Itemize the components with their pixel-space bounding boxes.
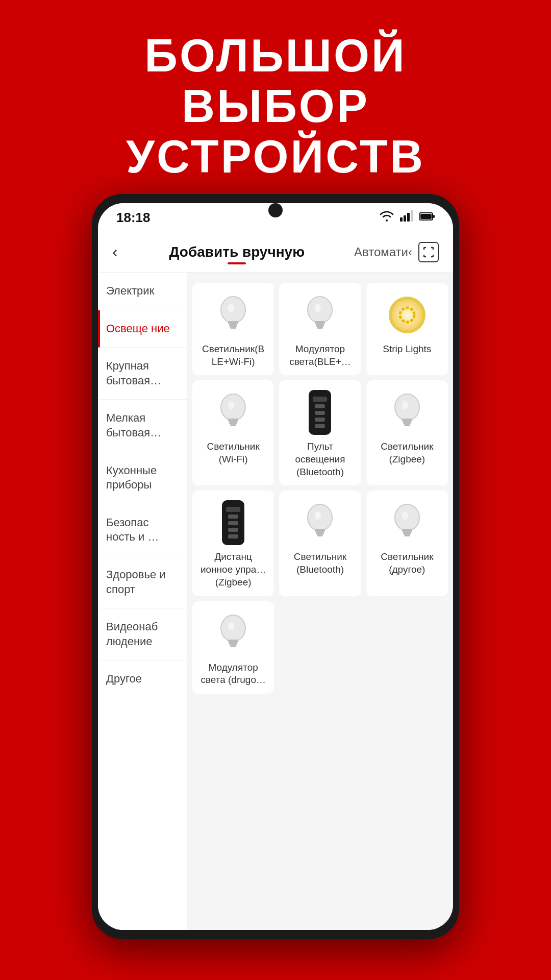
svg-rect-14 — [316, 324, 324, 327]
dimmer-ble-icon — [299, 292, 340, 338]
device-bulb-other[interactable]: Светильник (другое) — [366, 491, 448, 596]
svg-point-42 — [228, 622, 234, 630]
svg-rect-25 — [403, 422, 411, 424]
svg-rect-2 — [407, 213, 410, 222]
dimmer-other-icon — [213, 610, 254, 656]
top-nav: ‹ Добавить вручную Автомати‹ — [98, 232, 453, 273]
device-bulb-bluetooth-name: Светильник (Bluetooth) — [284, 551, 356, 576]
remote-bt-icon — [299, 389, 340, 435]
strip-lights-icon — [387, 292, 428, 338]
svg-rect-36 — [404, 534, 410, 536]
nav-title: Добавить вручную — [128, 244, 346, 260]
svg-rect-3 — [411, 210, 413, 222]
svg-rect-39 — [228, 640, 238, 643]
svg-rect-9 — [229, 324, 237, 327]
svg-rect-35 — [403, 532, 411, 534]
remote-zigbee-icon — [213, 500, 254, 546]
back-button[interactable]: ‹ — [112, 242, 118, 261]
sidebar-item-small-appliance[interactable]: Мелкая бытовая… — [98, 400, 187, 452]
svg-rect-29 — [315, 529, 325, 532]
svg-rect-0 — [400, 217, 403, 222]
device-bulb-zigbee-name: Светильник (Zigbee) — [371, 440, 443, 465]
sidebar-item-lighting[interactable]: Освеще ние — [98, 310, 187, 348]
svg-rect-6 — [420, 214, 432, 219]
device-bulb-wifi-name: Светильник (Wi-Fi) — [197, 440, 269, 465]
device-strip-lights[interactable]: Strip Lights — [366, 283, 448, 375]
hero-line1: БОЛЬШОЙ — [0, 31, 551, 81]
svg-rect-34 — [402, 529, 412, 532]
camera-notch — [268, 203, 283, 217]
svg-rect-15 — [317, 327, 323, 329]
phone-screen: 18:18 — [98, 203, 453, 930]
status-icons — [380, 210, 435, 225]
device-strip-lights-name: Strip Lights — [383, 343, 431, 356]
device-bulb-bluetooth[interactable]: Светильник (Bluetooth) — [279, 491, 361, 596]
sidebar-item-large-appliance[interactable]: Крупная бытовая… — [98, 348, 187, 400]
svg-rect-31 — [317, 534, 323, 536]
scan-button[interactable] — [418, 242, 439, 262]
svg-rect-19 — [228, 419, 238, 422]
signal-icon — [400, 210, 413, 225]
bulb-wifi-icon — [213, 389, 254, 435]
phone-frame: 18:18 — [92, 194, 459, 939]
svg-point-16 — [315, 304, 321, 312]
sidebar-item-electrician[interactable]: Электрик — [98, 273, 187, 310]
device-dimmer-ble-name: Модулятор света(BLE+… — [284, 343, 356, 368]
sidebar-item-other[interactable]: Другое — [98, 660, 187, 698]
device-bulb-wifi[interactable]: Светильник (Wi-Fi) — [192, 380, 274, 485]
bulb-ble-wifi-icon — [213, 292, 254, 338]
device-remote-zigbee-name: Дистанц ионное упра… (Zigbee) — [197, 551, 269, 589]
svg-rect-21 — [230, 424, 236, 426]
svg-rect-24 — [402, 419, 412, 422]
sidebar-item-security[interactable]: Безопас ность и … — [98, 504, 187, 556]
svg-rect-20 — [229, 422, 237, 424]
svg-rect-8 — [228, 321, 238, 324]
device-bulb-ble-wifi-name: Светильник(В LE+Wi-Fi) — [197, 343, 269, 368]
battery-icon — [419, 211, 435, 224]
device-bulb-ble-wifi[interactable]: Светильник(В LE+Wi-Fi) — [192, 283, 274, 375]
bulb-other-icon — [387, 500, 428, 546]
sidebar-item-health[interactable]: Здоровье и спорт — [98, 556, 187, 608]
device-dimmer-ble[interactable]: Модулятор света(BLE+… — [279, 283, 361, 375]
svg-rect-10 — [230, 327, 236, 329]
hero-line3: УСТРОЙСТВ — [0, 132, 551, 182]
device-remote-zigbee[interactable]: Дистанц ионное упра… (Zigbee) — [192, 491, 274, 596]
svg-rect-30 — [316, 532, 324, 534]
device-bulb-other-name: Светильник (другое) — [371, 551, 443, 576]
device-dimmer-other-name: Модулятор света (drugo… — [197, 662, 269, 687]
device-remote-bt[interactable]: Пульт освещения (Bluetooth) — [279, 380, 361, 485]
svg-rect-40 — [229, 643, 237, 645]
svg-point-17 — [400, 308, 414, 322]
device-remote-bt-name: Пульт освещения (Bluetooth) — [284, 440, 356, 478]
sidebar-item-surveillance[interactable]: Видеонаб людение — [98, 608, 187, 660]
device-bulb-zigbee[interactable]: Светильник (Zigbee) — [366, 380, 448, 485]
main-content: Электрик Освеще ние Крупная бытовая… Мел… — [98, 273, 453, 930]
nav-auto-label[interactable]: Автомати‹ — [354, 245, 412, 259]
device-grid: Светильник(В LE+Wi-Fi) Модулятор света( — [187, 273, 453, 930]
svg-rect-26 — [404, 424, 410, 426]
svg-point-27 — [402, 401, 408, 409]
svg-point-22 — [228, 401, 234, 409]
svg-rect-41 — [230, 645, 236, 647]
svg-rect-1 — [404, 215, 406, 222]
sidebar: Электрик Освеще ние Крупная бытовая… Мел… — [98, 273, 187, 930]
svg-point-37 — [402, 511, 408, 520]
hero-line2: ВЫБОР — [0, 81, 551, 132]
status-time: 18:18 — [116, 210, 151, 226]
hero-section: БОЛЬШОЙ ВЫБОР УСТРОЙСТВ — [0, 31, 551, 182]
sidebar-item-kitchen[interactable]: Кухонные приборы — [98, 452, 187, 504]
svg-rect-5 — [433, 215, 435, 218]
wifi-icon — [380, 210, 394, 225]
bulb-bluetooth-icon — [299, 500, 340, 546]
svg-point-11 — [228, 304, 234, 312]
svg-point-32 — [315, 511, 321, 520]
bulb-zigbee-icon — [387, 389, 428, 435]
svg-rect-13 — [315, 321, 325, 324]
device-dimmer-other[interactable]: Модулятор света (drugo… — [192, 601, 274, 694]
